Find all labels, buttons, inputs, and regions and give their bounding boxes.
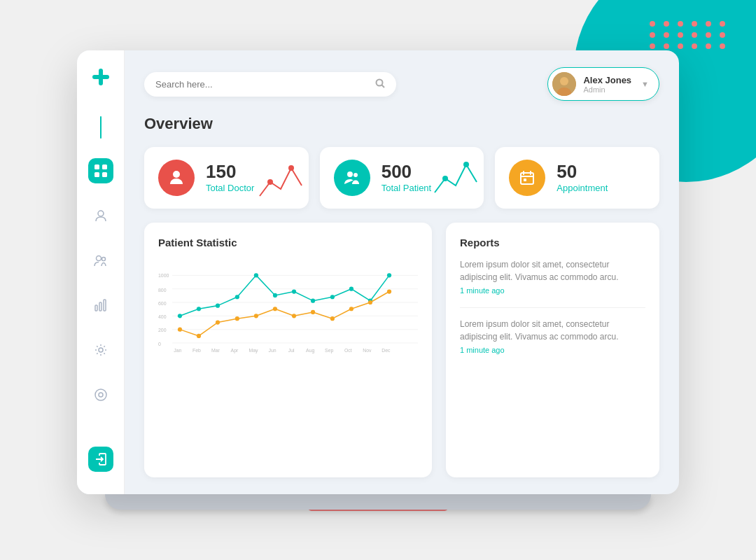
sidebar-item-analytics[interactable] bbox=[88, 293, 113, 318]
svg-point-18 bbox=[560, 77, 568, 85]
sidebar-item-settings[interactable] bbox=[88, 337, 113, 363]
svg-text:Mar: Mar bbox=[211, 348, 220, 353]
user-menu[interactable]: Alex Jones Admin ▼ bbox=[547, 67, 659, 101]
svg-rect-5 bbox=[102, 172, 107, 177]
bottom-row: Patient Statistic 1000 800 600 400 200 0 bbox=[144, 223, 659, 477]
stat-card-patients: 500 Total Patient bbox=[320, 147, 484, 209]
doctor-sparkline bbox=[253, 147, 309, 209]
svg-point-54 bbox=[349, 287, 354, 291]
patient-chart: 1000 800 600 400 200 0 bbox=[158, 258, 418, 370]
svg-point-64 bbox=[311, 310, 315, 314]
svg-text:200: 200 bbox=[158, 328, 167, 333]
svg-point-12 bbox=[99, 348, 103, 352]
svg-rect-9 bbox=[95, 305, 97, 311]
laptop-base bbox=[105, 494, 651, 510]
user-info: Alex Jones Admin bbox=[583, 75, 631, 94]
patient-sparkline bbox=[428, 147, 484, 209]
svg-point-27 bbox=[463, 162, 469, 167]
svg-point-56 bbox=[387, 273, 391, 277]
svg-rect-21 bbox=[174, 172, 178, 173]
report-time-2: 1 minute ago bbox=[460, 346, 645, 354]
svg-point-65 bbox=[330, 316, 335, 321]
svg-rect-32 bbox=[524, 178, 526, 181]
svg-point-61 bbox=[254, 314, 258, 318]
svg-point-59 bbox=[216, 321, 220, 325]
sidebar-item-help[interactable] bbox=[88, 382, 113, 407]
svg-point-62 bbox=[273, 307, 277, 311]
svg-rect-11 bbox=[104, 300, 106, 311]
svg-text:Jul: Jul bbox=[288, 348, 295, 353]
main-content: Alex Jones Admin ▼ Overview bbox=[125, 50, 679, 494]
svg-point-48 bbox=[235, 295, 239, 299]
svg-point-6 bbox=[98, 211, 104, 216]
svg-point-58 bbox=[197, 334, 201, 338]
svg-rect-28 bbox=[521, 173, 533, 184]
sidebar-item-patients[interactable] bbox=[88, 248, 113, 273]
svg-point-57 bbox=[178, 328, 182, 332]
logo-icon[interactable] bbox=[91, 67, 111, 91]
svg-point-67 bbox=[368, 300, 372, 304]
appointment-label: Appointment bbox=[556, 183, 645, 193]
svg-rect-1 bbox=[92, 75, 109, 79]
svg-point-50 bbox=[273, 293, 277, 298]
svg-point-51 bbox=[292, 289, 296, 293]
svg-point-23 bbox=[288, 165, 294, 171]
search-bar[interactable] bbox=[144, 72, 396, 97]
sidebar-item-doctors[interactable] bbox=[88, 203, 113, 228]
svg-point-47 bbox=[216, 304, 220, 308]
svg-text:Dec: Dec bbox=[382, 348, 391, 353]
svg-rect-10 bbox=[99, 302, 102, 311]
svg-point-60 bbox=[235, 316, 239, 321]
svg-text:Feb: Feb bbox=[192, 348, 201, 353]
svg-text:Jun: Jun bbox=[268, 348, 276, 353]
report-time-1: 1 minute ago bbox=[460, 286, 645, 295]
report-text-2: Lorem ipsum dolor sit amet, consectetur … bbox=[460, 318, 645, 343]
svg-point-52 bbox=[311, 299, 315, 303]
avatar bbox=[552, 72, 576, 96]
laptop-screen: Alex Jones Admin ▼ Overview bbox=[77, 50, 679, 494]
svg-text:Jan: Jan bbox=[174, 348, 181, 353]
doctor-icon-circle bbox=[158, 160, 195, 196]
search-icon bbox=[375, 78, 385, 90]
svg-rect-4 bbox=[94, 172, 99, 177]
reports-title: Reports bbox=[460, 237, 645, 248]
patient-icon-circle bbox=[334, 160, 370, 196]
svg-text:Nov: Nov bbox=[363, 348, 372, 353]
chart-container: 1000 800 600 400 200 0 bbox=[158, 258, 418, 370]
svg-point-15 bbox=[377, 79, 383, 85]
svg-point-53 bbox=[330, 295, 335, 299]
svg-text:600: 600 bbox=[158, 301, 167, 306]
svg-point-25 bbox=[354, 173, 358, 177]
user-role: Admin bbox=[583, 85, 631, 94]
svg-point-7 bbox=[96, 256, 101, 261]
chart-section: Patient Statistic 1000 800 600 400 200 0 bbox=[144, 223, 432, 477]
svg-text:0: 0 bbox=[158, 342, 161, 346]
svg-point-26 bbox=[442, 176, 448, 181]
chart-title: Patient Statistic bbox=[158, 237, 418, 248]
report-divider bbox=[460, 307, 645, 308]
svg-point-45 bbox=[178, 314, 182, 318]
svg-text:1000: 1000 bbox=[158, 273, 169, 278]
logout-button[interactable] bbox=[88, 447, 113, 472]
svg-point-49 bbox=[254, 273, 258, 277]
report-item-1: Lorem ipsum dolor sit amet, consectetur … bbox=[460, 258, 645, 295]
sidebar-divider bbox=[100, 116, 102, 139]
svg-rect-3 bbox=[102, 164, 107, 169]
sidebar bbox=[77, 50, 125, 494]
svg-point-13 bbox=[95, 389, 106, 400]
svg-text:Aug: Aug bbox=[306, 348, 314, 354]
svg-point-24 bbox=[347, 172, 353, 177]
svg-point-63 bbox=[292, 314, 296, 318]
chevron-down-icon: ▼ bbox=[641, 80, 649, 88]
svg-point-8 bbox=[102, 258, 105, 261]
search-input[interactable] bbox=[155, 79, 368, 90]
reports-section: Reports Lorem ipsum dolor sit amet, cons… bbox=[446, 223, 659, 477]
svg-text:800: 800 bbox=[158, 288, 167, 293]
sidebar-item-dashboard[interactable] bbox=[88, 158, 113, 183]
svg-line-16 bbox=[382, 85, 385, 88]
laptop-wrapper: Alex Jones Admin ▼ Overview bbox=[77, 50, 679, 510]
svg-point-68 bbox=[387, 289, 391, 293]
stat-info-appointments: 50 Appointment bbox=[556, 162, 645, 193]
report-item-2: Lorem ipsum dolor sit amet, consectetur … bbox=[460, 318, 645, 354]
svg-text:Apr: Apr bbox=[231, 348, 239, 354]
